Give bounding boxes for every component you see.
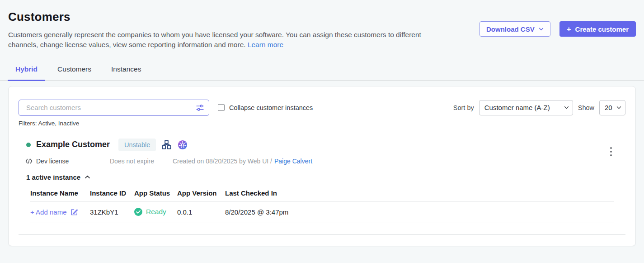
app-status-label: Ready <box>146 208 166 216</box>
collapse-instances-group: Collapse customer instances <box>218 104 313 111</box>
show-select-wrap: 20 <box>599 100 625 115</box>
instance-name-cell: + Add name <box>30 208 90 216</box>
instances-table: Instance Name Instance ID App Status App… <box>30 189 614 223</box>
toolbar: Collapse customer instances Sort by Cust… <box>19 86 625 116</box>
collapse-instances-label: Collapse customer instances <box>229 104 313 111</box>
tab-bar: Hybrid Customers Instances <box>0 65 644 81</box>
channel-badge: Unstable <box>118 139 156 151</box>
license-type: Dev license <box>25 158 110 165</box>
create-customer-label: Create customer <box>575 25 629 33</box>
instance-id-cell: 31ZKbY1 <box>90 208 134 216</box>
chevron-up-icon <box>85 175 90 179</box>
show-select[interactable]: 20 <box>599 100 625 115</box>
column-instance-name: Instance Name <box>30 189 90 197</box>
tab-customers[interactable]: Customers <box>50 65 99 80</box>
collapse-instances-checkbox[interactable] <box>218 104 225 111</box>
search-container <box>19 100 209 116</box>
show-label: Show <box>578 104 594 111</box>
plus-icon: + <box>567 25 571 33</box>
filters-caption: Filters: Active, Inactive <box>19 120 625 127</box>
download-csv-button[interactable]: Download CSV <box>479 21 550 37</box>
search-input[interactable] <box>19 100 209 116</box>
license-expiration: Does not expire <box>110 158 173 165</box>
customer-item: Example Customer Unstable <box>19 139 625 235</box>
created-by-link[interactable]: Paige Calvert <box>274 158 312 165</box>
code-icon <box>25 158 33 164</box>
page-description-text: Customers generally represent the compan… <box>8 31 421 48</box>
created-text: Created on 08/20/2025 by Web UI / <box>173 158 272 165</box>
chevron-down-icon <box>539 28 544 31</box>
license-type-label: Dev license <box>36 158 69 165</box>
kubernetes-icon <box>178 140 188 150</box>
app-version-cell: 0.0.1 <box>177 208 225 216</box>
page-description: Customers generally represent the compan… <box>8 30 444 50</box>
header-actions: Download CSV + Create customer <box>479 21 636 37</box>
created-info: Created on 08/20/2025 by Web UI /Paige C… <box>173 158 312 165</box>
instances-toggle[interactable]: 1 active instance <box>19 173 90 181</box>
tab-instances[interactable]: Instances <box>103 65 149 80</box>
column-instance-id: Instance ID <box>90 189 134 197</box>
last-checked-in-cell: 8/20/2025 @ 3:47pm <box>225 208 614 216</box>
column-app-status: App Status <box>134 189 177 197</box>
column-last-checked-in: Last Checked In <box>225 189 614 197</box>
check-circle-icon <box>134 208 142 216</box>
table-row: + Add name 31ZKbY1 <box>30 201 614 223</box>
instances-table-header: Instance Name Instance ID App Status App… <box>30 189 614 201</box>
add-name-label: + Add name <box>30 208 66 216</box>
create-customer-button[interactable]: + Create customer <box>559 21 636 37</box>
customer-bottom-divider <box>19 234 625 235</box>
customer-header: Example Customer Unstable <box>19 139 625 151</box>
edit-icon[interactable] <box>71 208 78 216</box>
sitemap-icon <box>161 139 172 150</box>
customer-name[interactable]: Example Customer <box>36 140 110 149</box>
toolbar-right: Sort by Customer name (A-Z) Show 20 <box>453 100 625 115</box>
add-name-link[interactable]: + Add name <box>30 208 90 216</box>
filter-sliders-icon[interactable] <box>196 103 204 112</box>
customers-panel: Collapse customer instances Sort by Cust… <box>8 86 636 246</box>
sort-by-label: Sort by <box>453 104 474 111</box>
sort-select-wrap: Customer name (A-Z) <box>479 100 573 115</box>
learn-more-link[interactable]: Learn more <box>248 41 283 48</box>
tab-hybrid[interactable]: Hybrid <box>8 65 45 80</box>
kebab-menu-icon[interactable] <box>609 146 613 158</box>
column-app-version: App Version <box>177 189 225 197</box>
instances-summary: 1 active instance <box>26 173 80 181</box>
sort-select[interactable]: Customer name (A-Z) <box>479 100 573 115</box>
download-csv-label: Download CSV <box>486 25 535 33</box>
license-row: Dev license Does not expire Created on 0… <box>19 158 625 165</box>
app-status-cell: Ready <box>134 208 177 216</box>
active-status-dot <box>26 143 31 147</box>
